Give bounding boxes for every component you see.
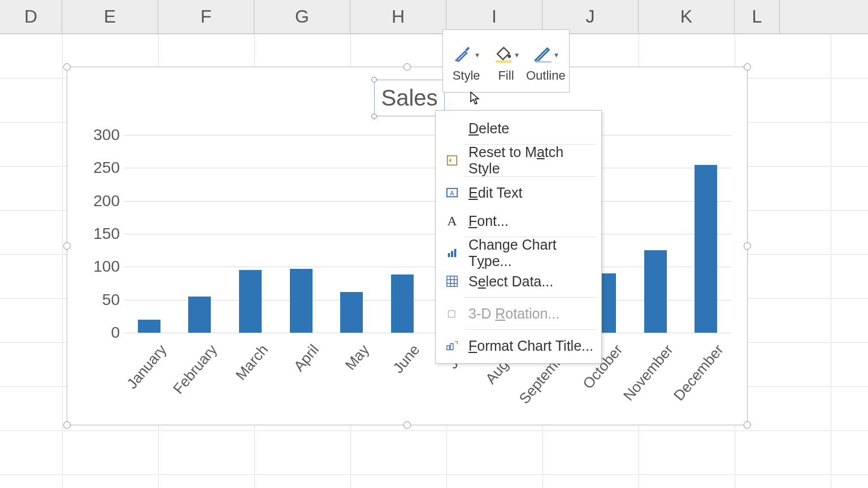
resize-handle[interactable] [403,421,411,429]
font-a-icon: A [444,212,461,229]
x-tick-label: March [232,341,272,384]
resize-handle[interactable] [63,63,71,71]
x-tick-label: June [389,341,423,377]
svg-rect-15 [447,346,450,350]
3d-rotation-menuitem: 3-D Rotation... [436,299,601,328]
svg-rect-16 [450,343,453,350]
svg-rect-3 [448,156,457,165]
chart-bar[interactable] [695,165,717,333]
delete-menuitem[interactable]: Delete [436,114,601,142]
style-button[interactable]: ▾ Style [449,41,483,83]
chart-gridline [124,234,731,234]
column-header[interactable]: H [350,0,446,33]
svg-rect-1 [496,60,511,63]
blank-icon [444,120,461,137]
pen-icon [533,43,552,66]
chart-gridline [124,267,731,267]
resize-handle[interactable] [403,63,411,71]
resize-handle[interactable] [63,421,71,429]
outline-label: Outline [526,68,566,83]
chart-bar[interactable] [644,250,667,333]
format-chart-title-menuitem[interactable]: Format Chart Title... [436,332,601,360]
resize-handle[interactable] [744,421,751,429]
select-data-menuitem[interactable]: Select Data... [436,267,601,295]
cube-icon [444,305,461,322]
svg-text:A: A [450,190,454,197]
resize-handle[interactable] [63,242,71,250]
chart-type-icon [444,245,461,262]
column-header[interactable]: D [0,0,62,33]
fill-label: Fill [498,68,514,83]
chevron-down-icon: ▾ [515,50,519,59]
chart-gridline [124,333,731,333]
column-header[interactable]: K [639,0,735,33]
chart-plot-area[interactable]: 050100150200250300 [124,135,731,333]
y-tick-label: 300 [75,126,120,144]
column-header[interactable]: F [158,0,254,33]
chart-gridline [124,300,731,300]
format-icon [444,337,461,354]
svg-rect-14 [448,311,455,317]
column-header[interactable]: I [446,0,542,33]
style-label: Style [453,68,480,83]
chart-title[interactable]: Sales [374,80,445,116]
title-resize-handle[interactable] [371,114,377,119]
svg-rect-8 [454,249,457,258]
y-tick-label: 250 [75,159,120,177]
y-tick-label: 200 [75,192,120,210]
svg-rect-2 [536,61,552,63]
mini-format-toolbar: ▾ Style ▾ Fill ▾ Outline [442,29,570,93]
y-tick-label: 50 [75,291,120,309]
paint-bucket-icon [493,43,513,66]
chart-bar[interactable] [239,270,262,333]
x-tick-label: February [170,341,221,398]
resize-handle[interactable] [744,242,751,250]
edit-text-menuitem[interactable]: A Edit Text [436,178,601,207]
x-tick-label: December [670,341,727,404]
svg-rect-7 [451,251,453,257]
select-data-icon [444,273,461,290]
menu-separator [464,329,596,330]
y-tick-label: 0 [75,324,120,342]
change-chart-type-menuitem[interactable]: Change Chart Type... [436,239,601,267]
chart-bar[interactable] [188,297,211,333]
chart-object[interactable]: Sales 050100150200250300 JanuaryFebruary… [67,67,748,425]
reset-match-style-menuitem[interactable]: Reset to Match Style [436,146,601,175]
font-menuitem[interactable]: A Font... [436,207,601,235]
chevron-down-icon: ▾ [475,50,479,59]
y-tick-label: 150 [75,225,120,243]
chart-gridline [124,168,731,168]
x-tick-label: May [342,341,373,374]
chart-bar[interactable] [138,320,160,333]
fill-button[interactable]: ▾ Fill [489,41,523,83]
column-header[interactable]: L [735,0,780,33]
chart-bar[interactable] [340,292,363,333]
menu-separator [464,297,596,298]
x-tick-label: April [290,341,322,375]
column-header[interactable]: J [542,0,639,33]
resize-handle[interactable] [744,63,751,71]
text-box-icon: A [444,184,461,201]
svg-rect-9 [447,276,457,286]
x-tick-label: November [620,341,677,404]
title-resize-handle[interactable] [371,77,377,82]
svg-point-0 [507,55,511,58]
chart-bar[interactable] [391,274,414,333]
chart-gridline [124,135,731,136]
outline-button[interactable]: ▾ Outline [529,41,563,83]
x-tick-label: January [123,341,170,393]
paintbrush-icon [454,43,473,66]
chart-title-context-menu: Delete Reset to Match Style A Edit Text … [435,110,602,364]
spreadsheet-column-headers: D E F G H I J K L [0,0,868,34]
svg-rect-6 [448,253,450,257]
chart-bar[interactable] [290,269,313,333]
column-header[interactable]: G [254,0,350,33]
chevron-down-icon: ▾ [554,50,558,59]
column-header[interactable]: E [62,0,158,33]
chart-title-text: Sales [381,85,437,111]
chart-gridline [124,201,731,202]
y-tick-label: 100 [75,258,120,276]
reset-icon [444,152,461,169]
x-axis-labels: JanuaryFebruaryMarchAprilMayJuneJulyAugu… [124,338,731,406]
